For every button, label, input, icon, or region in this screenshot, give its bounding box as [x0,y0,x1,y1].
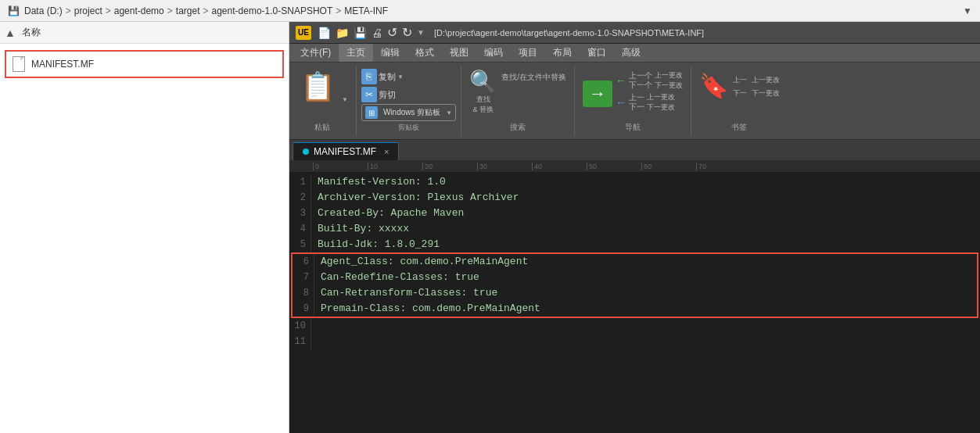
code-line: 8Can-Retransform-Classes: true [291,285,978,301]
menu-edit[interactable]: 编辑 [373,44,407,62]
breadcrumb-item[interactable]: agent-demo-1.0-SNAPSHOT [212,5,333,16]
menu-file[interactable]: 文件(F) [293,44,339,62]
save-icon[interactable]: 💾 [354,27,367,39]
line-content [318,334,980,349]
line-number: 11 [289,334,311,349]
file-explorer-header: ▲ 名称 [0,22,289,44]
breadcrumb-sep: > [203,5,209,16]
down-button[interactable]: 下一个 [629,81,652,90]
code-line: 6Agent_Class: com.demo.PreMainAgent [291,252,978,270]
prev-change-button[interactable]: 上一更改 [655,70,683,81]
line-content: Manifest-Version: 1.0 [318,174,980,190]
next-change-button-2[interactable]: 下一更改 [647,102,675,113]
redo-icon[interactable]: ↻ [402,25,412,40]
bookmark-nav: 上一 下一 [733,75,747,98]
goto-line-button[interactable]: → [583,81,612,107]
up-button-2[interactable]: 上一 [629,93,644,102]
up-down-arrows: 上一个 下一个 [629,71,652,90]
windows-clipboard-dropdown-icon[interactable]: ▼ [446,109,452,116]
menu-layout[interactable]: 布局 [545,44,580,62]
up-button[interactable]: 上一个 [629,71,652,81]
line-number: 1 [289,174,311,190]
cut-button[interactable]: ✂ 剪切 [361,87,456,102]
menu-view[interactable]: 视图 [442,44,476,62]
code-line: 11 [289,334,980,349]
menu-encoding[interactable]: 编码 [476,44,511,62]
code-line: 5Build-Jdk: 1.8.0_291 [289,237,980,252]
code-line: 2Archiver-Version: Plexus Archiver [289,190,980,206]
line-content: Build-Jdk: 1.8.0_291 [318,237,980,252]
file-item-manifest[interactable]: MANIFEST.MF [5,50,284,78]
tab-close-button[interactable]: × [384,147,389,156]
menu-project[interactable]: 项目 [511,44,545,62]
code-line: 7Can-Redefine-Classes: true [291,270,978,285]
breadcrumb-item[interactable]: Data (D:) [24,5,63,16]
menu-home[interactable]: 主页 [339,44,373,62]
prev-bookmark-change[interactable]: 上一更改 [752,75,780,85]
breadcrumb-sep: > [106,5,111,16]
ruler-mark-10: 10 [368,163,422,170]
tab-bar: MANIFEST.MF × [289,140,980,160]
line-number: 9 [293,301,314,317]
paste-label: 粘贴 [314,119,330,133]
breadcrumb-item[interactable]: agent-demo [114,5,164,16]
clipboard-section: ⎘ 复制 ▼ ✂ 剪切 ⊞ Windows 剪贴板 ▼ 剪贴板 [357,66,461,136]
bookmark-section: 🔖 上一 下一 上一更改 下一更改 书签 [691,66,788,136]
main-toolbar: 📋 ▼ 粘贴 ⎘ 复制 ▼ ✂ 剪切 [289,63,980,140]
tab-filename: MANIFEST.MF [314,146,376,157]
prev-next-nav: ← 上一个 下一个 上一更改 下一更改 [616,70,683,91]
prev-button[interactable]: ← [616,74,626,87]
down-button-2[interactable]: 下一 [629,102,644,112]
editor-path-label: [D:\project\agent-demo\target\agent-demo… [434,28,704,38]
paste-button[interactable]: 📋 [296,69,340,105]
print-icon[interactable]: 🖨 [372,27,382,39]
line-content: Archiver-Version: Plexus Archiver [318,190,980,206]
forward-button[interactable]: ← [616,96,626,109]
breadcrumb-item[interactable]: META-INF [344,5,388,16]
open-folder-icon[interactable]: 📁 [336,27,349,39]
prev-bookmark-button[interactable]: 上一 [733,75,747,85]
bookmark-button[interactable]: 🔖 [699,72,728,99]
breadcrumb-sep: > [336,5,341,16]
breadcrumb-sep: > [167,5,173,16]
code-editor[interactable]: 1Manifest-Version: 1.02Archiver-Version:… [289,173,980,433]
bookmark-label: 书签 [731,119,747,133]
paste-dropdown-button[interactable]: ▼ [340,95,350,105]
active-tab[interactable]: MANIFEST.MF × [293,142,399,160]
line-number: 8 [293,285,314,301]
menu-format[interactable]: 格式 [407,44,442,62]
copy-button[interactable]: ⎘ 复制 ▼ [361,69,456,84]
line-number: 10 [289,318,311,334]
navigate-up-button[interactable]: ▲ [5,27,16,39]
search-label: 搜索 [510,119,526,133]
next-bookmark-button[interactable]: 下一 [733,88,747,98]
breadcrumb-item[interactable]: project [74,5,102,16]
code-line: 1Manifest-Version: 1.0 [289,174,980,190]
line-content [318,318,980,334]
code-line: 3Created-By: Apache Maven [289,206,980,221]
back-icon: ← [616,74,626,87]
undo-icon[interactable]: ↺ [387,25,397,40]
menu-window[interactable]: 窗口 [580,44,614,62]
menu-bar: 文件(F) 主页 编辑 格式 视图 编码 项目 布局 窗口 高级 [289,44,980,63]
redo-dropdown-icon[interactable]: ▼ [417,28,425,37]
breadcrumb-dropdown-icon[interactable]: ▼ [963,5,972,16]
copy-dropdown-icon[interactable]: ▼ [397,73,404,81]
next-bookmark-change[interactable]: 下一更改 [752,88,780,98]
line-content: Built-By: xxxxx [318,221,980,237]
find-replace-button[interactable]: 🔍 查找 & 替换 [469,69,497,115]
menu-advanced[interactable]: 高级 [614,44,648,62]
ruler-mark-30: 30 [477,163,532,170]
editor-title-bar: UE 📄 📁 💾 🖨 ↺ ↻ ▼ [D:\project\agent-demo\… [289,22,980,44]
ruler-mark-0: 0 [313,163,368,170]
next-change-button[interactable]: 下一更改 [655,81,683,91]
nav-label: 导航 [625,119,641,133]
prev-change-button-2[interactable]: 上一更改 [647,92,675,102]
file-list: MANIFEST.MF [0,44,289,433]
new-file-icon[interactable]: 📄 [318,27,331,39]
redo-nav: ← 上一 下一 上一更改 下一更改 [616,92,683,113]
breadcrumb-item[interactable]: target [176,5,200,16]
line-content: Can-Retransform-Classes: true [321,285,977,301]
windows-clipboard-button[interactable]: ⊞ Windows 剪贴板 ▼ [361,104,456,121]
find-in-file-button[interactable]: 查找/在文件中替换 [501,72,566,83]
